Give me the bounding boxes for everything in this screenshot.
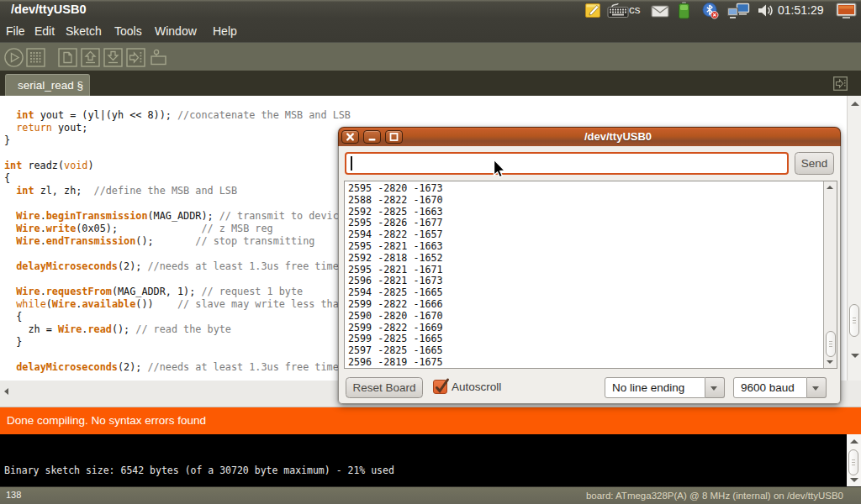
serial-scrollbar-thumb[interactable] [826,331,836,357]
modified-mark: § [77,79,84,92]
serial-monitor-titlebar[interactable]: /dev/ttyUSB0 [338,127,841,146]
send-button[interactable]: Send [795,152,834,175]
line-ending-select[interactable]: No line ending [605,377,705,398]
tab-menu-button[interactable] [833,76,848,91]
code-text: int yout = (yl|(yh << 8)); //concatenate… [4,109,351,374]
note-icon[interactable] [584,2,602,19]
console-output: Binary sketch size: 6542 bytes (of a 307… [0,434,847,486]
serial-output-area[interactable]: 2595 -2820 -1673 2588 -2822 -1670 2592 -… [344,181,837,369]
scroll-down-icon[interactable] [827,360,833,364]
console-scrollbar-thumb[interactable] [848,449,858,475]
mail-icon[interactable] [651,5,669,18]
volume-icon[interactable] [758,3,774,18]
chevron-down-icon [710,386,717,391]
scroll-down-icon[interactable] [850,478,858,482]
scroll-down-icon[interactable] [851,354,859,358]
menu-sketch[interactable]: Sketch [66,24,102,38]
top-panel: /dev/ttyUSB0 cs [0,0,861,42]
menu-file[interactable]: File [6,24,25,38]
status-message-bar: Done compiling. No syntax errors found [0,407,861,434]
check-icon [435,377,450,395]
keyboard-layout-indicator[interactable]: cs [629,3,641,16]
open-sketch-button[interactable] [81,48,100,67]
autoscroll-checkbox[interactable] [433,380,447,394]
toolbar [0,42,861,71]
serial-monitor-button[interactable] [149,48,168,67]
serial-send-input[interactable] [345,152,789,175]
console-text: Binary sketch size: 6542 bytes (of a 307… [4,465,394,476]
editor-vertical-scrollbar[interactable] [847,96,861,381]
scroll-left-icon[interactable] [4,388,8,395]
minimize-button[interactable] [363,130,381,144]
battery-icon[interactable] [678,2,690,19]
scroll-up-icon[interactable] [851,102,859,106]
chevron-down-icon [812,386,819,391]
baud-rate-select[interactable]: 9600 baud [733,377,807,398]
autoscroll-label[interactable]: Autoscroll [452,381,501,393]
upload-button[interactable] [126,48,145,67]
serial-output-scrollbar[interactable] [823,181,837,368]
network-icon[interactable] [726,3,750,19]
save-sketch-button[interactable] [103,48,123,67]
new-sketch-button[interactable] [58,48,77,67]
menu-window[interactable]: Window [155,24,197,38]
status-message: Done compiling. No syntax errors found [7,414,206,427]
serial-monitor-body: Send 2595 -2820 -1673 2588 -2822 -1670 2… [338,146,841,404]
desktop: /dev/ttyUSB0 cs [0,0,861,504]
baud-dropdown-button[interactable] [807,377,827,398]
console-vertical-scrollbar[interactable] [847,434,861,486]
mouse-cursor [493,159,509,180]
serial-monitor-title: /dev/ttyUSB0 [403,130,833,143]
scroll-up-icon[interactable] [850,439,858,444]
menu-help[interactable]: Help [213,24,237,38]
line-ending-dropdown-button[interactable] [705,377,725,398]
serial-output-text: 2595 -2820 -1673 2588 -2822 -1670 2592 -… [348,183,443,369]
verify-button[interactable] [4,48,24,67]
menu-edit[interactable]: Edit [34,24,55,38]
editor-scrollbar-thumb[interactable] [849,304,859,337]
tab-bar: serial_read § [0,71,861,96]
menu-tools[interactable]: Tools [114,24,142,38]
status-bar: 138 board: ATmega328P(A) @ 8 MHz (intern… [0,486,861,504]
serial-monitor-window: /dev/ttyUSB0 Send 2595 -2820 -1673 2588 … [338,127,841,404]
board-info: board: ATmega328P(A) @ 8 MHz (internal) … [586,491,843,501]
close-button[interactable] [341,130,359,144]
text-caret [351,156,352,171]
display-icon[interactable] [836,3,857,19]
reset-board-button[interactable]: Reset Board [346,377,423,398]
line-number-indicator: 138 [6,490,21,500]
tab-serial-read[interactable]: serial_read § [5,74,90,96]
system-tray: cs [0,0,861,21]
maximize-button[interactable] [385,130,403,144]
stop-button[interactable] [26,48,45,67]
serial-monitor-controls: Reset Board Autoscroll No line ending 96… [339,369,842,404]
bluetooth-icon[interactable] [702,2,719,19]
clock[interactable]: 01:51:29 [778,3,824,17]
scroll-up-icon[interactable] [827,186,833,189]
keyboard-icon[interactable] [607,3,629,18]
